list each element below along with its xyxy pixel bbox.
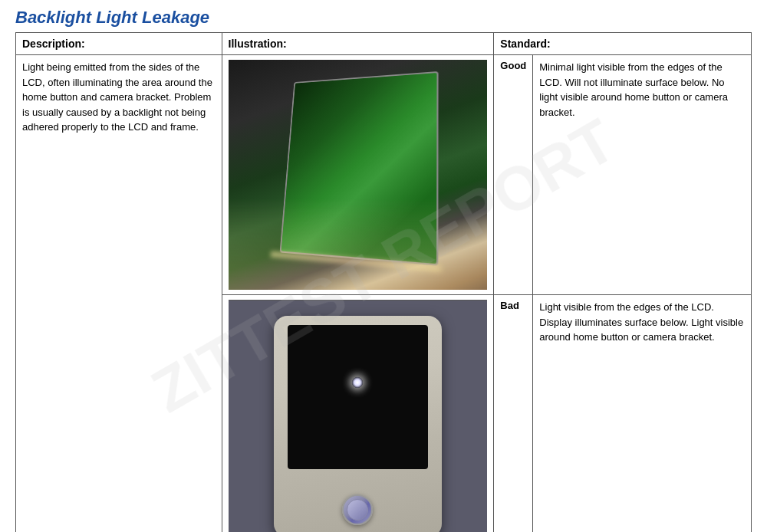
phone-glow: [229, 198, 488, 290]
description-cell: Light being emitted from the sides of th…: [16, 55, 222, 533]
good-label: Good: [500, 60, 526, 71]
description-text: Light being emitted from the sides of th…: [22, 60, 216, 135]
phone-home-button: [342, 494, 373, 525]
bad-label: Bad: [500, 300, 519, 311]
header-description: Description:: [16, 33, 222, 55]
phone-screen-bottom: [288, 325, 428, 469]
good-text-cell: Minimal light visible from the edges of …: [533, 55, 752, 295]
header-illustration: Illustration:: [222, 33, 494, 55]
illustration-bottom-cell: [222, 295, 494, 533]
header-standard: Standard:: [494, 33, 752, 55]
page-title: Backlight Light Leakage: [15, 8, 752, 28]
bad-label-cell: Bad: [494, 295, 533, 533]
phone-home-inner: [347, 499, 368, 521]
illustration-top-image: [229, 60, 488, 290]
bad-text-cell: Light visible from the edges of the LCD.…: [533, 295, 752, 533]
illustration-bottom-image: [229, 300, 488, 532]
bad-text: Light visible from the edges of the LCD.…: [539, 300, 745, 345]
phone-body: [274, 316, 443, 532]
good-label-cell: Good: [494, 55, 533, 295]
good-text: Minimal light visible from the edges of …: [539, 60, 745, 120]
illustration-top-cell: [222, 55, 494, 295]
